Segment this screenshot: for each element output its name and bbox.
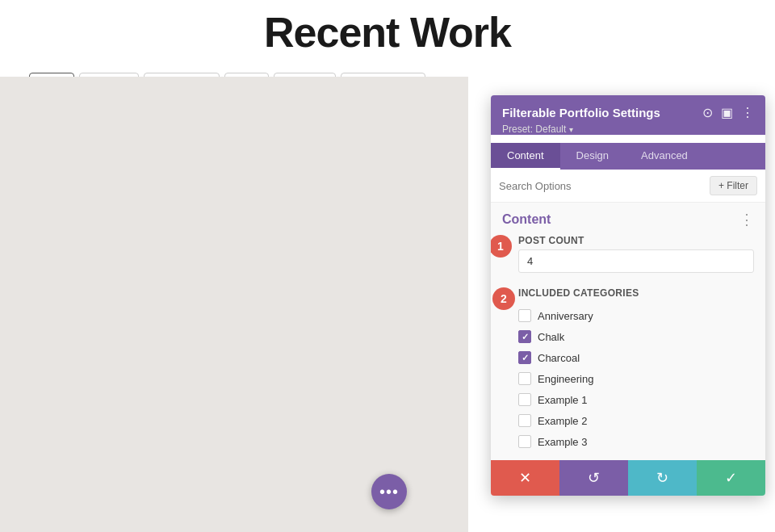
included-categories-section: 2 Included Categories Anniversary Chalk … [491, 287, 765, 460]
cat-item-engineering: Engineering [518, 368, 754, 389]
cat-checkbox-example1[interactable] [518, 393, 531, 406]
cat-checkbox-charcoal[interactable] [518, 351, 531, 364]
panel-title: Filterable Portfolio Settings [502, 106, 660, 119]
cat-checkbox-chalk[interactable] [518, 330, 531, 343]
cat-name-example1: Example 1 [538, 394, 587, 406]
panel-header-top: Filterable Portfolio Settings ⊙ ▣ ⋮ [502, 105, 754, 120]
cancel-button[interactable]: ✕ [491, 460, 559, 496]
tab-design[interactable]: Design [560, 143, 625, 170]
fab-dots-icon: ••• [379, 483, 399, 501]
cat-checkbox-engineering[interactable] [518, 372, 531, 385]
panel-footer: ✕ ↺ ↻ ✓ [491, 460, 765, 496]
cat-name-charcoal: Charcoal [538, 352, 580, 364]
cat-item-example2: Example 2 [518, 410, 754, 431]
panel-tabs: Content Design Advanced [491, 143, 765, 170]
cat-checkbox-anniversary[interactable] [518, 309, 531, 322]
cat-item-charcoal: Charcoal [518, 347, 754, 368]
section-header: Content ⋮ [502, 211, 754, 228]
panel-search-bar: + Filter [491, 170, 765, 203]
save-button[interactable]: ✓ [697, 460, 765, 496]
panel-icon-resize[interactable]: ⊙ [702, 105, 713, 120]
reset-button[interactable]: ↺ [559, 460, 628, 496]
cat-name-example3: Example 3 [538, 436, 587, 448]
page-title-area: Recent Work [0, 0, 775, 73]
filter-small-button[interactable]: + Filter [710, 176, 757, 195]
search-input[interactable] [499, 180, 710, 192]
preset-label: Preset: Default [502, 124, 566, 135]
panel-preset[interactable]: Preset: Default ▾ [502, 124, 754, 135]
cat-item-example3: Example 3 [518, 431, 754, 452]
portfolio-area [0, 77, 468, 532]
preset-arrow[interactable]: ▾ [569, 125, 573, 134]
panel-body: + Filter Content ⋮ 1 Post Count 4 2 [491, 170, 765, 460]
post-count-label: Post Count [518, 235, 754, 246]
panel-header: Filterable Portfolio Settings ⊙ ▣ ⋮ Pres… [491, 95, 765, 135]
cat-checkbox-example3[interactable] [518, 435, 531, 448]
cat-item-anniversary: Anniversary [518, 305, 754, 326]
cat-checkbox-example2[interactable] [518, 414, 531, 427]
panel-scroll-area: Content ⋮ 1 Post Count 4 2 Included Cate… [491, 203, 765, 460]
cat-item-example1: Example 1 [518, 389, 754, 410]
tab-content[interactable]: Content [491, 143, 560, 170]
content-section: Content ⋮ 1 Post Count 4 [491, 203, 765, 287]
settings-panel: Filterable Portfolio Settings ⊙ ▣ ⋮ Pres… [491, 95, 765, 496]
cat-name-chalk: Chalk [538, 331, 564, 343]
fab-button[interactable]: ••• [371, 474, 407, 509]
step-badge-1: 1 [491, 235, 512, 258]
section-menu-icon[interactable]: ⋮ [739, 211, 754, 228]
included-categories-label: Included Categories [518, 287, 754, 299]
step-badge-2: 2 [492, 287, 515, 310]
section-title: Content [502, 212, 551, 227]
tab-advanced[interactable]: Advanced [625, 143, 704, 170]
panel-icon-more[interactable]: ⋮ [741, 105, 754, 120]
post-count-wrapper: 1 Post Count 4 [502, 235, 754, 273]
post-count-value[interactable]: 4 [518, 249, 754, 273]
cat-item-chalk: Chalk [518, 326, 754, 347]
panel-icon-columns[interactable]: ▣ [721, 105, 733, 120]
redo-button[interactable]: ↻ [628, 460, 697, 496]
cat-name-example2: Example 2 [538, 415, 587, 427]
panel-header-icons: ⊙ ▣ ⋮ [702, 105, 754, 120]
cat-name-engineering: Engineering [538, 373, 593, 385]
page-title: Recent Work [0, 8, 775, 57]
cat-name-anniversary: Anniversary [538, 310, 593, 322]
